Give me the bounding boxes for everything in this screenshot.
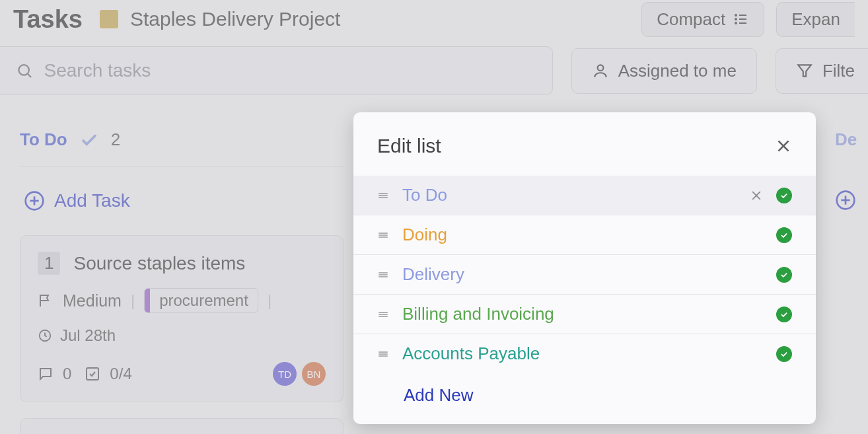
list-name: Doing xyxy=(402,225,763,245)
list-name: To Do xyxy=(402,185,737,205)
drag-handle-icon[interactable] xyxy=(377,348,389,360)
remove-icon[interactable] xyxy=(750,189,763,202)
list-row-delivery[interactable]: Delivery xyxy=(353,255,816,295)
list-name: Delivery xyxy=(402,264,763,285)
list-row-billing[interactable]: Billing and Invoicing xyxy=(353,295,816,334)
list-row-accounts[interactable]: Accounts Payable xyxy=(353,334,816,373)
drag-handle-icon[interactable] xyxy=(377,269,389,281)
check-circle-icon[interactable] xyxy=(776,307,792,322)
drag-handle-icon[interactable] xyxy=(377,308,389,320)
modal-title: Edit list xyxy=(377,135,441,157)
close-icon[interactable] xyxy=(775,137,792,155)
check-circle-icon[interactable] xyxy=(776,188,792,203)
drag-handle-icon[interactable] xyxy=(377,229,389,241)
list-name: Billing and Invoicing xyxy=(402,304,763,324)
edit-list-modal: Edit list To Do Doing Delivery Billing a… xyxy=(353,112,816,424)
drag-handle-icon[interactable] xyxy=(377,190,389,201)
add-new-label: Add New xyxy=(404,385,474,405)
check-circle-icon[interactable] xyxy=(776,267,792,283)
add-new-list-button[interactable]: Add New xyxy=(353,373,816,424)
list-row-doing[interactable]: Doing xyxy=(353,215,816,255)
check-circle-icon[interactable] xyxy=(776,227,792,243)
list-row-todo[interactable]: To Do xyxy=(353,176,816,215)
list-name: Accounts Payable xyxy=(402,344,763,364)
check-circle-icon[interactable] xyxy=(776,346,792,362)
